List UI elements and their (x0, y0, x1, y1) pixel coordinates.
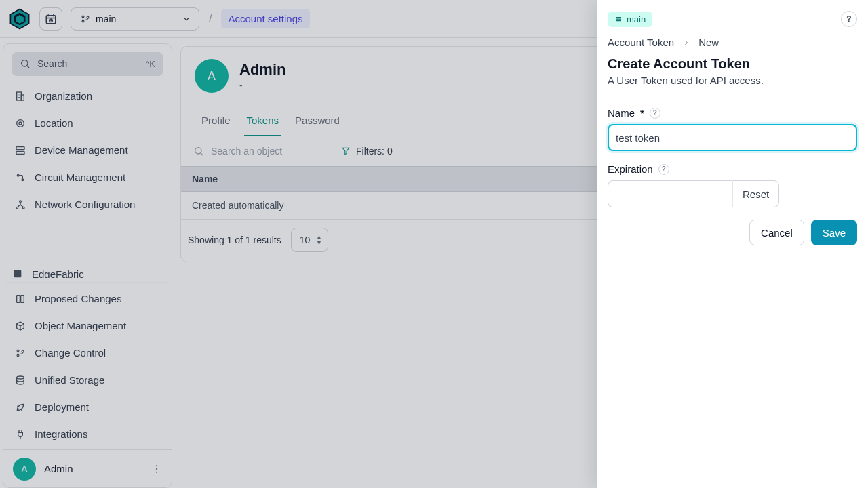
panel-title: Create Account Token (608, 56, 857, 72)
create-token-panel: main ? Account Token New Create Account … (597, 0, 868, 488)
save-button[interactable]: Save (811, 220, 857, 245)
name-label: Name * ? (608, 107, 857, 119)
expiration-input[interactable] (608, 180, 732, 207)
chevron-right-icon (682, 39, 690, 47)
reset-button[interactable]: Reset (732, 180, 779, 207)
name-input[interactable] (608, 124, 857, 151)
expiration-label: Expiration ? (608, 163, 857, 175)
name-help-icon[interactable]: ? (650, 108, 660, 119)
panel-subtitle: A User Token used for API access. (608, 75, 857, 86)
expiration-help-icon[interactable]: ? (658, 164, 669, 175)
panel-breadcrumb: Account Token New (608, 37, 857, 48)
cancel-button[interactable]: Cancel (749, 220, 804, 245)
branch-chip[interactable]: main (608, 12, 652, 27)
help-button[interactable]: ? (841, 11, 857, 27)
